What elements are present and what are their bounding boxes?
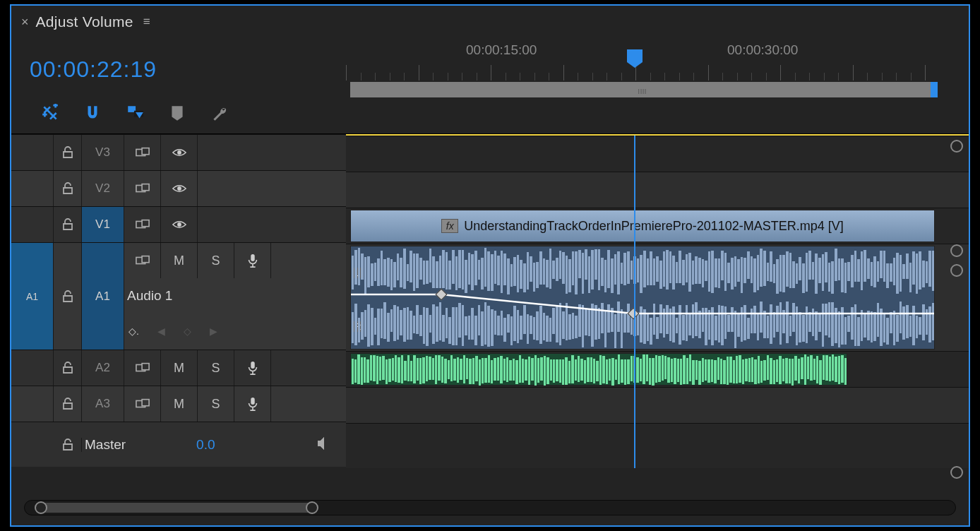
lock-icon[interactable]	[61, 438, 75, 452]
sync-lock-icon[interactable]	[136, 217, 150, 232]
panel-title: Adjust Volume	[36, 13, 133, 30]
track-header-a2[interactable]: A2 M S	[11, 350, 346, 386]
mic-icon[interactable]	[246, 253, 260, 268]
prev-keyframe-icon[interactable]: ◀	[157, 326, 165, 337]
keyframe-mode-icon[interactable]: ◇.	[129, 326, 139, 337]
fx-badge-icon[interactable]: fx	[441, 219, 458, 233]
zoom-handle-icon[interactable]	[950, 140, 963, 153]
svg-point-8	[177, 222, 181, 227]
solo-button[interactable]: S	[198, 243, 234, 278]
next-keyframe-icon[interactable]: ▶	[210, 326, 217, 337]
track-name[interactable]: A1	[82, 243, 124, 350]
lock-icon[interactable]	[61, 397, 75, 411]
linked-selection-icon[interactable]	[126, 104, 144, 122]
svg-point-5	[177, 186, 181, 191]
track-name[interactable]: A3	[82, 386, 124, 422]
time-ruler[interactable]: 00:00:15:00 00:00:30:00 // placeholder –…	[346, 38, 969, 95]
ruler-label: 00:00:15:00	[466, 42, 537, 58]
eye-icon[interactable]	[172, 181, 186, 196]
track-header-master[interactable]: Master 0.0	[11, 422, 346, 467]
mute-button[interactable]: M	[161, 386, 198, 422]
track-header-a3[interactable]: A3 M S	[11, 386, 346, 422]
horizontal-zoom-bar[interactable]	[24, 500, 956, 515]
svg-rect-16	[142, 400, 149, 406]
source-patch-a1[interactable]: A1	[11, 243, 54, 350]
master-label: Master	[85, 437, 126, 453]
track-row-a3[interactable]	[346, 387, 969, 423]
track-headers: V3 V2 V1	[11, 134, 346, 468]
zoom-handle-right-icon[interactable]	[306, 501, 318, 514]
zoom-handle-left-icon[interactable]	[35, 501, 47, 514]
mic-icon[interactable]	[246, 397, 260, 411]
playhead-head-icon[interactable]	[627, 49, 643, 62]
timeline-panel: × Adjust Volume ≡ 00:00:22:19	[10, 4, 970, 527]
lock-icon[interactable]	[61, 181, 75, 196]
work-area-grip-icon[interactable]: ||||	[638, 88, 647, 94]
svg-rect-10	[142, 256, 149, 263]
insert-overwrite-icon[interactable]	[41, 104, 59, 122]
svg-rect-7	[142, 220, 149, 227]
eye-icon[interactable]	[172, 217, 186, 232]
sync-lock-icon[interactable]	[136, 397, 150, 411]
audio-zoom-top-icon[interactable]	[950, 264, 963, 277]
panel-menu-icon[interactable]: ≡	[143, 15, 150, 29]
audio-clip-a1[interactable]: L R	[350, 246, 935, 350]
work-area-bar[interactable]: ||||	[350, 82, 935, 97]
video-clip[interactable]: fx UnderstandingTrackOrderInPremierePro-…	[350, 210, 935, 242]
svg-rect-1	[142, 148, 149, 155]
work-area-handle-right[interactable]	[931, 82, 938, 97]
lock-icon[interactable]	[61, 361, 75, 375]
mute-button[interactable]: M	[161, 243, 198, 278]
track-name[interactable]: A2	[82, 350, 124, 386]
track-row-master[interactable]	[346, 423, 969, 468]
mute-button[interactable]: M	[161, 350, 198, 386]
timeline-toolbar	[11, 83, 346, 133]
track-header-a1[interactable]: A1 A1 M S Audio 1 ◇. ◀ ◇ ▶	[11, 242, 346, 350]
add-keyframe-icon[interactable]: ◇	[184, 326, 191, 337]
sync-lock-icon[interactable]	[136, 253, 150, 268]
settings-wrench-icon[interactable]	[210, 104, 229, 122]
sync-lock-icon[interactable]	[136, 181, 150, 196]
solo-button[interactable]: S	[198, 386, 234, 422]
track-label: Audio 1	[124, 278, 346, 314]
info-row: 00:00:22:19 00:0	[11, 38, 969, 133]
svg-rect-11	[251, 254, 254, 261]
lock-icon[interactable]	[61, 290, 75, 304]
track-header-v3[interactable]: V3	[11, 134, 346, 170]
eye-icon[interactable]	[172, 145, 186, 160]
marker-icon[interactable]	[168, 104, 186, 122]
track-row-a1[interactable]: L R	[346, 244, 969, 351]
track-row-v1[interactable]: fx UnderstandingTrackOrderInPremierePro-…	[346, 208, 969, 244]
output-icon[interactable]	[316, 436, 333, 453]
track-row-v2[interactable]	[346, 172, 969, 208]
current-timecode[interactable]: 00:00:22:19	[11, 38, 346, 83]
close-icon[interactable]: ×	[21, 15, 29, 30]
track-header-v2[interactable]: V2	[11, 170, 346, 206]
solo-button[interactable]: S	[198, 350, 234, 386]
zoom-thumb[interactable]	[39, 503, 314, 513]
panel-header: × Adjust Volume ≡	[11, 6, 969, 38]
vertical-zoom-gutter	[939, 136, 967, 468]
track-content[interactable]: fx UnderstandingTrackOrderInPremierePro-…	[346, 134, 969, 468]
ruler-label: 00:00:30:00	[727, 42, 798, 58]
video-zoom-handle-icon[interactable]	[950, 244, 963, 257]
sync-lock-icon[interactable]	[136, 145, 150, 160]
track-row-a2[interactable]	[346, 351, 969, 387]
track-name[interactable]: V3	[82, 135, 124, 170]
audio-zoom-bottom-icon[interactable]	[950, 466, 963, 479]
svg-rect-13	[142, 364, 149, 370]
track-row-v3[interactable]	[346, 136, 969, 172]
snap-icon[interactable]	[83, 104, 102, 122]
playhead[interactable]	[634, 136, 635, 468]
track-name[interactable]: V1	[82, 207, 124, 242]
master-value[interactable]: 0.0	[196, 437, 215, 453]
sync-lock-icon[interactable]	[136, 361, 150, 375]
track-header-v1[interactable]: V1	[11, 206, 346, 242]
lock-icon[interactable]	[61, 145, 75, 160]
audio-clip-a2[interactable]	[350, 353, 847, 386]
lock-icon[interactable]	[61, 217, 75, 232]
mic-icon[interactable]	[246, 361, 260, 375]
track-name[interactable]: V2	[82, 171, 124, 206]
svg-point-2	[177, 150, 181, 155]
svg-rect-14	[251, 362, 254, 369]
